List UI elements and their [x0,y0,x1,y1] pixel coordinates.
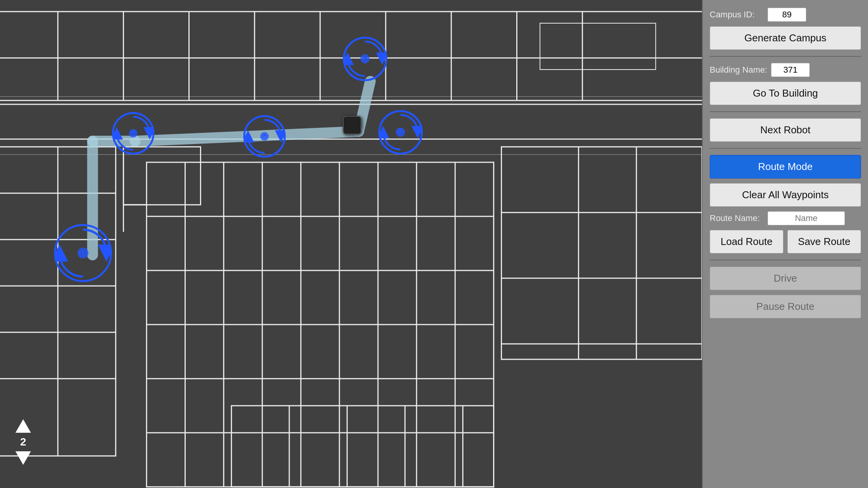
3d-viewport[interactable]: 2 [0,0,702,488]
go-to-building-button[interactable]: Go To Building [710,82,861,105]
building-name-input[interactable] [771,63,810,77]
divider-3 [710,148,861,149]
pause-route-button[interactable]: Pause Route [710,295,861,318]
route-name-input[interactable] [768,211,845,225]
campus-id-input[interactable] [768,8,806,22]
load-route-button[interactable]: Load Route [710,230,783,253]
waypoint-4[interactable] [378,110,423,155]
svg-point-54 [78,248,88,258]
svg-point-56 [260,132,269,141]
route-name-row: Route Name: [710,211,861,225]
nav-arrow-down-icon [15,451,31,465]
robot [343,116,361,134]
waypoint-3[interactable] [243,115,286,158]
waypoint-1[interactable] [54,224,112,282]
svg-point-57 [396,128,405,137]
drive-button[interactable]: Drive [710,267,861,290]
building-name-label: Building Name: [710,65,767,75]
divider-2 [710,111,861,112]
svg-point-55 [129,129,137,138]
save-route-button[interactable]: Save Route [787,230,861,253]
campus-id-label: Campus ID: [710,10,764,20]
nav-arrows: 2 [15,419,31,465]
clear-waypoints-button[interactable]: Clear All Waypoints [710,183,861,207]
route-name-label: Route Name: [710,213,764,223]
waypoint-5[interactable] [343,37,387,81]
svg-point-58 [360,54,370,63]
route-mode-button[interactable]: Route Mode [710,155,861,179]
building-name-row: Building Name: [710,63,861,77]
generate-campus-button[interactable]: Generate Campus [710,26,861,50]
nav-label: 2 [20,436,26,448]
waypoint-2[interactable] [112,112,154,155]
campus-id-row: Campus ID: [710,8,861,22]
divider-1 [710,56,861,57]
nav-arrow-up-icon [15,419,31,433]
control-panel: Campus ID: Generate Campus Building Name… [702,0,868,488]
divider-4 [710,260,861,260]
next-robot-button[interactable]: Next Robot [710,118,861,142]
route-action-row: Load Route Save Route [710,230,861,253]
